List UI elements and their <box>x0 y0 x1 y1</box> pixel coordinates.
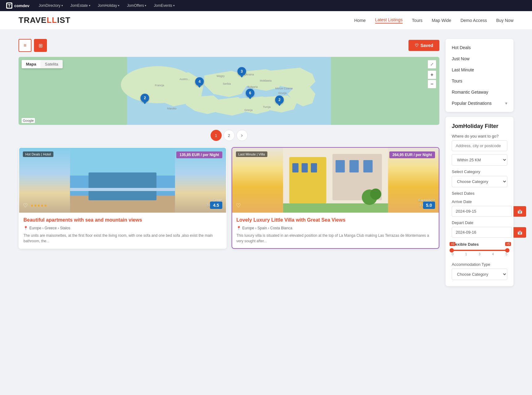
svg-text:Turcja: Turcja <box>263 105 271 108</box>
category-just-now[interactable]: Just Now <box>446 53 513 64</box>
nav-demo-access[interactable]: Demo Access <box>460 18 487 23</box>
topbar: comdev JomDirectory ▾ JomEstate ▾ JomHol… <box>0 0 532 11</box>
card-title-1: Beautiful apartments with sea and mounta… <box>23 217 222 223</box>
topbar-nav-jomestate[interactable]: JomEstate ▾ <box>67 2 94 9</box>
svg-point-40 <box>370 189 381 200</box>
filter-title: JomHoliday Filter <box>452 123 507 130</box>
topbar-nav-jomdirectory[interactable]: JomDirectory ▾ <box>36 2 66 9</box>
topbar-nav-jomholiday[interactable]: JomHoliday ▾ <box>95 2 123 9</box>
slider-badge-left: +0 <box>450 242 455 246</box>
nav-home[interactable]: Home <box>354 18 366 23</box>
arrive-row: 📅 <box>452 206 507 217</box>
card-body-2: Lovely Luxury Little Villa with Great Se… <box>232 213 439 248</box>
location-icon-1: 📍 <box>23 226 28 230</box>
jomevents-arrow-icon: ▾ <box>173 4 175 7</box>
map-tab-satelita[interactable]: Satelita <box>40 60 62 68</box>
arrive-label: Arrive Date <box>452 199 507 204</box>
category-tours[interactable]: Tours <box>446 75 513 87</box>
map-pin-2a[interactable]: 2 <box>140 94 149 102</box>
toolbar: ≡ ⊞ ♡ Saved <box>19 39 439 52</box>
filter-view-button[interactable]: ≡ <box>19 39 31 52</box>
card-desc-1: The units are maisonettes, at the first … <box>23 233 222 244</box>
depart-row: 📅 <box>452 227 507 238</box>
category-label: Select Category <box>452 169 507 174</box>
slider-thumb-left[interactable]: +0 <box>450 248 454 253</box>
distance-select[interactable]: Within 25 KM Within 5 KM Within 10 KM Wi… <box>452 154 507 166</box>
category-menu: Hot Deals Just Now Last Minute Tours Rom… <box>446 39 513 112</box>
left-section: ≡ ⊞ ♡ Saved <box>19 39 439 249</box>
svg-rect-36 <box>349 160 358 172</box>
jomholiday-arrow-icon: ▾ <box>118 4 119 7</box>
listing-cards: Hot Deals | Hotel 135,85 EUR / per Night… <box>19 147 439 249</box>
depart-date-picker-button[interactable]: 📅 <box>513 227 526 238</box>
svg-text:Ukraina: Ukraina <box>245 73 254 76</box>
accommodation-label: Accommodation Type <box>452 262 507 267</box>
topbar-nav-jomevents[interactable]: JomEvents ▾ <box>151 2 178 9</box>
arrive-date-picker-button[interactable]: 📅 <box>513 206 526 217</box>
map-zoom-in-button[interactable]: + <box>428 70 436 79</box>
map-pin-3[interactable]: 3 <box>237 67 246 76</box>
page-next-button[interactable]: › <box>237 130 248 141</box>
saved-button[interactable]: ♡ Saved <box>408 40 439 51</box>
card-wishlist-1[interactable]: ♡ <box>23 202 28 209</box>
category-romantic-getaway[interactable]: Romantic Getaway <box>446 87 513 98</box>
arrive-date-input[interactable] <box>452 206 512 217</box>
slider-thumb-right[interactable]: +5 <box>505 248 509 253</box>
nav-buy-now[interactable]: Buy Now <box>496 18 513 23</box>
where-label: Where do you want to go? <box>452 134 507 138</box>
depart-label: Depart Date <box>452 220 507 225</box>
depart-date-input[interactable] <box>452 227 512 238</box>
saved-label: Saved <box>421 43 433 48</box>
filter-panel: JomHoliday Filter Where do you want to g… <box>446 117 513 286</box>
where-input[interactable] <box>452 140 507 151</box>
jomestate-arrow-icon: ▾ <box>89 4 90 7</box>
page-2-button[interactable]: 2 <box>224 130 235 141</box>
card-stars-1: ★★★★★ <box>30 203 47 208</box>
map-container: Francja Austro... Węgry Ukraina Mołdawia… <box>19 57 439 125</box>
svg-rect-27 <box>89 172 157 200</box>
card-wishlist-2[interactable]: ♡ <box>236 202 241 209</box>
svg-text:Gruzja: Gruzja <box>279 91 287 95</box>
card-price-2: 264,95 EUR / per Night <box>389 151 435 158</box>
heart-icon: ♡ <box>415 43 419 48</box>
accommodation-select[interactable]: Choose Category <box>452 269 507 280</box>
grid-view-button[interactable]: ⊞ <box>34 39 47 52</box>
listing-card-2[interactable]: Last Minute | Villa 264,95 EUR / per Nig… <box>232 147 440 249</box>
category-select[interactable]: Choose Category <box>452 176 507 187</box>
svg-text:Maroko: Maroko <box>167 107 177 110</box>
svg-rect-35 <box>335 160 345 172</box>
map-tab-mapa[interactable]: Mapa <box>22 60 40 68</box>
card-price-1: 135,85 EUR / per Night <box>176 151 222 158</box>
brand-logo: TRAVELLIST <box>19 15 70 25</box>
svg-rect-32 <box>301 163 308 172</box>
category-hot-deals[interactable]: Hot Deals <box>446 42 513 53</box>
card-location-1: 📍 Europe › Greece › Stalos <box>23 226 222 230</box>
map-zoom-out-button[interactable]: − <box>428 80 436 88</box>
nav-map-wide[interactable]: Map Wide <box>432 18 451 23</box>
content-area: ≡ ⊞ ♡ Saved <box>0 30 532 295</box>
nav-latest-listings[interactable]: Latest Listings <box>375 17 403 23</box>
flexible-slider: +0 +5 0 1 3 4 5 <box>452 250 507 256</box>
nav-tours[interactable]: Tours <box>412 18 422 23</box>
topbar-nav-jomoffers[interactable]: JomOffers ▾ <box>124 2 149 9</box>
map-google-logo: Google <box>22 118 35 123</box>
listing-card-1[interactable]: Hot Deals | Hotel 135,85 EUR / per Night… <box>19 147 227 249</box>
main-header: TRAVELLIST Home Latest Listings Tours Ma… <box>0 11 532 30</box>
slider-badge-right: +5 <box>505 242 511 246</box>
svg-rect-33 <box>311 163 317 172</box>
card-rating-1: 4.5 <box>210 202 222 209</box>
card-desc-2: This luxury villa is situated in an elev… <box>237 233 435 244</box>
flexible-dates-label: Flexible Dates <box>452 242 507 247</box>
svg-rect-38 <box>283 203 388 213</box>
map-fullscreen-button[interactable]: ⤢ <box>428 60 436 69</box>
svg-text:Grecja: Grecja <box>245 108 253 112</box>
category-last-minute[interactable]: Last Minute <box>446 64 513 75</box>
slider-track: +0 +5 <box>452 250 507 251</box>
topbar-logo: comdev <box>6 2 29 9</box>
svg-text:Austro...: Austro... <box>180 78 190 81</box>
category-popular-destinations[interactable]: Popular Destinations ▾ <box>446 98 513 109</box>
svg-text:Morze Czarne: Morze Czarne <box>275 87 293 90</box>
svg-rect-28 <box>70 188 175 191</box>
pagination: 1 2 › <box>19 130 439 141</box>
page-1-button[interactable]: 1 <box>211 130 222 141</box>
